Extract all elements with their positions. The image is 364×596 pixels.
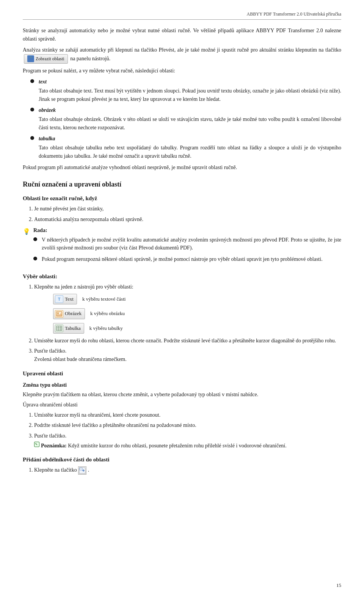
tool-row-img: Obrázek k výběru obrázku <box>53 307 341 320</box>
tip-icon: 💡 <box>23 228 30 235</box>
add-step1-text: Klepněte na tlačítko <box>34 467 77 473</box>
text-tool-button[interactable]: T Text <box>53 294 77 304</box>
tip-list: V některých případech je možné zvýšit kv… <box>33 236 341 263</box>
intro-p2-text: Analýza stránky se zahájí automaticky př… <box>23 47 341 53</box>
list-item: Pusťte tlačítko. Poznámka: Poznámka: Kdy… <box>34 432 341 450</box>
table-region-content: tabulka Tato oblast obsahuje tabulku neb… <box>39 135 341 160</box>
table-tool-label: Tabulka <box>65 325 81 332</box>
add-region-button[interactable] <box>78 466 86 475</box>
change-type-heading: Změna typu oblasti <box>23 382 341 388</box>
bullet-dot <box>33 257 37 260</box>
table-region-term: tabulka <box>39 135 341 143</box>
svg-rect-5 <box>56 326 62 331</box>
note-block: Poznámka: Poznámka: Když umístíte kurzor… <box>34 442 287 450</box>
note-icon <box>34 442 39 447</box>
region-types-list: text Tato oblast obsahuje text. Text mus… <box>30 78 341 160</box>
text-region-term: text <box>39 78 341 86</box>
bullet-dot <box>33 237 37 241</box>
add-section-heading: Přidání obdélníkové části do oblasti <box>23 456 341 463</box>
image-tool-label: Obrázek <box>65 310 82 317</box>
tool-row-text: T Text k výběru textové části <box>53 293 341 305</box>
image-tool-icon <box>55 310 63 318</box>
tip-label: Rada: <box>33 227 47 233</box>
show-areas-button[interactable]: Zobrazit oblasti <box>24 54 68 64</box>
svg-rect-1 <box>28 56 30 58</box>
step3-line1: Pusťte tlačítko. Zvolená oblast bude ohr… <box>34 348 127 362</box>
list-item: Je nutné převést jen část stránky, <box>34 205 341 213</box>
list-item: Automatická analýza nerozpoznala oblasti… <box>34 215 341 224</box>
step3-line2: Zvolená oblast bude ohraničena rámečkem. <box>34 356 127 362</box>
subsection1-heading: Oblasti lze označit ručně, když <box>23 195 341 202</box>
bullet-dot <box>30 136 34 140</box>
list-item: Pokud program nerozpozná některé oblasti… <box>33 255 341 263</box>
image-region-desc: Tato oblast obsahuje obrázek. Obrázek v … <box>39 116 341 130</box>
bullet-dot <box>30 108 34 111</box>
change-type-desc: Klepněte pravým tlačítkem na oblast, kte… <box>23 391 341 399</box>
text-region-desc: Tato oblast obsahuje text. Text musí být… <box>39 88 341 102</box>
page-number: 15 <box>336 582 341 588</box>
step1-text: Klepněte na jeden z nástrojů pro výběr o… <box>34 284 133 290</box>
border-edit-steps: Umístěte kurzor myši na ohraničení, kter… <box>34 411 341 450</box>
header-title: ABBYY PDF Transformer 2.0 Uživatelská př… <box>246 11 341 17</box>
table-tool-button[interactable]: Tabulka <box>53 323 84 334</box>
list-item: obrázek Tato oblast obsahuje obrázek. Ob… <box>30 106 341 132</box>
intro-p1: Stránky se analyzují automaticky nebo je… <box>23 27 341 43</box>
list-item: text Tato oblast obsahuje text. Text mus… <box>30 78 341 103</box>
tip-item-2: Pokud program nerozpozná některé oblasti… <box>42 255 323 263</box>
show-areas-label: Zobrazit oblasti <box>36 55 64 63</box>
step3-pustte: Pusťte tlačítko. <box>34 433 66 439</box>
intro-p2b: na panelu nástrojů. <box>70 56 110 61</box>
image-region-term: obrázek <box>39 106 341 114</box>
page-header: ABBYY PDF Transformer 2.0 Uživatelská př… <box>23 11 341 20</box>
add-step1-end: . <box>88 467 89 473</box>
tip-item-1: V některých případech je možné zvýšit kv… <box>42 236 341 252</box>
tip-content: Rada: V některých případech je možné zvý… <box>33 227 341 267</box>
selection-steps-list: Klepněte na jeden z nástrojů pro výběr o… <box>34 283 341 364</box>
show-areas-icon <box>27 55 34 62</box>
list-item: Umístěte kurzor myši na ohraničení, kter… <box>34 411 341 419</box>
image-tool-button[interactable]: Obrázek <box>53 308 85 319</box>
border-edit-label: Úprava ohraničení oblasti <box>23 402 341 408</box>
conditions-list: Je nutné převést jen část stránky, Autom… <box>34 205 341 223</box>
list-item: Pusťte tlačítko. Zvolená oblast bude ohr… <box>34 347 341 363</box>
list-item: V některých případech je možné zvýšit kv… <box>33 236 341 252</box>
list-item: Klepněte na tlačítko . <box>34 466 341 475</box>
text-tool-desc: k výběru textové části <box>82 295 126 303</box>
list-item: Klepněte na jeden z nástrojů pro výběr o… <box>34 283 341 334</box>
edit-section-heading: Upravení oblasti <box>23 370 341 377</box>
section1-heading: Ruční označení a upravení oblastí <box>23 180 341 188</box>
bullet-dot <box>30 79 34 83</box>
table-tool-icon <box>55 325 63 332</box>
table-tool-desc: k výběru tabulky <box>89 325 123 332</box>
intro-p2: Analýza stránky se zahájí automaticky př… <box>23 46 341 63</box>
list-item: Podržte stisknuté levé tlačítko a přetáh… <box>34 421 341 430</box>
outro-paragraph: Pokud program při automatické analýze vy… <box>23 163 341 172</box>
svg-rect-2 <box>30 56 31 58</box>
add-steps-list: Klepněte na tlačítko . <box>34 466 341 475</box>
tool-row-tbl: Tabulka k výběru tabulky <box>53 322 341 334</box>
list-item: Umístěte kurzor myši do rohu oblasti, kt… <box>34 337 341 345</box>
text-tool-icon: T <box>55 295 63 303</box>
intro-p3: Program se pokusí nalézt, a vy můžete vy… <box>23 67 341 75</box>
text-tool-label: Text <box>65 295 74 303</box>
image-tool-desc: k výběru obrázku <box>90 310 125 317</box>
selection-heading: Výběr oblasti: <box>23 273 341 280</box>
table-region-desc: Tato oblast obsahuje tabulku nebo text u… <box>39 145 341 159</box>
tip-block: 💡 Rada: V některých případech je možné z… <box>23 227 341 267</box>
note-text: Poznámka: Poznámka: Když umístíte kurzor… <box>41 442 287 450</box>
image-region-content: obrázek Tato oblast obsahuje obrázek. Ob… <box>39 106 341 132</box>
text-region-content: text Tato oblast obsahuje text. Text mus… <box>39 78 341 103</box>
list-item: tabulka Tato oblast obsahuje tabulku neb… <box>30 135 341 160</box>
